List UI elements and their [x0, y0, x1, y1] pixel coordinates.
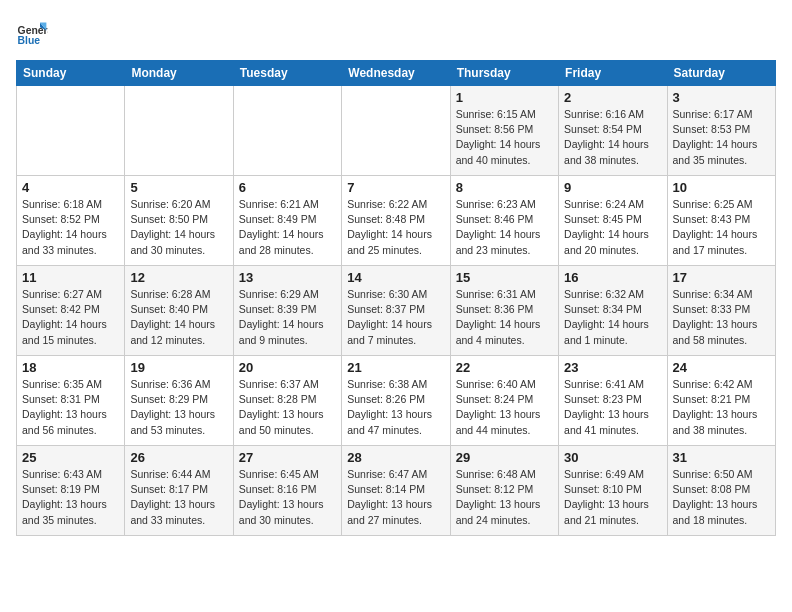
- day-number: 25: [22, 450, 119, 465]
- day-info: Sunrise: 6:43 AM Sunset: 8:19 PM Dayligh…: [22, 467, 119, 528]
- day-number: 16: [564, 270, 661, 285]
- day-info: Sunrise: 6:42 AM Sunset: 8:21 PM Dayligh…: [673, 377, 770, 438]
- logo: General Blue: [16, 16, 52, 48]
- calendar-cell: 9Sunrise: 6:24 AM Sunset: 8:45 PM Daylig…: [559, 176, 667, 266]
- calendar-cell: 20Sunrise: 6:37 AM Sunset: 8:28 PM Dayli…: [233, 356, 341, 446]
- day-number: 12: [130, 270, 227, 285]
- day-info: Sunrise: 6:45 AM Sunset: 8:16 PM Dayligh…: [239, 467, 336, 528]
- calendar-cell: 24Sunrise: 6:42 AM Sunset: 8:21 PM Dayli…: [667, 356, 775, 446]
- day-number: 14: [347, 270, 444, 285]
- day-number: 6: [239, 180, 336, 195]
- day-info: Sunrise: 6:44 AM Sunset: 8:17 PM Dayligh…: [130, 467, 227, 528]
- calendar-week-row: 25Sunrise: 6:43 AM Sunset: 8:19 PM Dayli…: [17, 446, 776, 536]
- day-number: 9: [564, 180, 661, 195]
- calendar-cell: 2Sunrise: 6:16 AM Sunset: 8:54 PM Daylig…: [559, 86, 667, 176]
- calendar-cell: 1Sunrise: 6:15 AM Sunset: 8:56 PM Daylig…: [450, 86, 558, 176]
- day-header-thursday: Thursday: [450, 61, 558, 86]
- day-number: 27: [239, 450, 336, 465]
- day-number: 5: [130, 180, 227, 195]
- calendar-cell: 17Sunrise: 6:34 AM Sunset: 8:33 PM Dayli…: [667, 266, 775, 356]
- day-info: Sunrise: 6:37 AM Sunset: 8:28 PM Dayligh…: [239, 377, 336, 438]
- day-info: Sunrise: 6:28 AM Sunset: 8:40 PM Dayligh…: [130, 287, 227, 348]
- day-info: Sunrise: 6:34 AM Sunset: 8:33 PM Dayligh…: [673, 287, 770, 348]
- day-info: Sunrise: 6:27 AM Sunset: 8:42 PM Dayligh…: [22, 287, 119, 348]
- day-number: 30: [564, 450, 661, 465]
- day-number: 8: [456, 180, 553, 195]
- day-number: 22: [456, 360, 553, 375]
- calendar-cell: 25Sunrise: 6:43 AM Sunset: 8:19 PM Dayli…: [17, 446, 125, 536]
- day-info: Sunrise: 6:22 AM Sunset: 8:48 PM Dayligh…: [347, 197, 444, 258]
- day-number: 20: [239, 360, 336, 375]
- day-info: Sunrise: 6:25 AM Sunset: 8:43 PM Dayligh…: [673, 197, 770, 258]
- day-header-monday: Monday: [125, 61, 233, 86]
- calendar-week-row: 11Sunrise: 6:27 AM Sunset: 8:42 PM Dayli…: [17, 266, 776, 356]
- calendar-cell: [125, 86, 233, 176]
- day-info: Sunrise: 6:16 AM Sunset: 8:54 PM Dayligh…: [564, 107, 661, 168]
- calendar-cell: 7Sunrise: 6:22 AM Sunset: 8:48 PM Daylig…: [342, 176, 450, 266]
- calendar-cell: 18Sunrise: 6:35 AM Sunset: 8:31 PM Dayli…: [17, 356, 125, 446]
- day-info: Sunrise: 6:30 AM Sunset: 8:37 PM Dayligh…: [347, 287, 444, 348]
- day-number: 2: [564, 90, 661, 105]
- day-number: 19: [130, 360, 227, 375]
- day-number: 3: [673, 90, 770, 105]
- day-info: Sunrise: 6:29 AM Sunset: 8:39 PM Dayligh…: [239, 287, 336, 348]
- day-info: Sunrise: 6:17 AM Sunset: 8:53 PM Dayligh…: [673, 107, 770, 168]
- calendar-cell: 3Sunrise: 6:17 AM Sunset: 8:53 PM Daylig…: [667, 86, 775, 176]
- calendar-cell: [342, 86, 450, 176]
- calendar-cell: 22Sunrise: 6:40 AM Sunset: 8:24 PM Dayli…: [450, 356, 558, 446]
- calendar-cell: 5Sunrise: 6:20 AM Sunset: 8:50 PM Daylig…: [125, 176, 233, 266]
- day-header-saturday: Saturday: [667, 61, 775, 86]
- day-info: Sunrise: 6:48 AM Sunset: 8:12 PM Dayligh…: [456, 467, 553, 528]
- calendar-cell: 11Sunrise: 6:27 AM Sunset: 8:42 PM Dayli…: [17, 266, 125, 356]
- day-info: Sunrise: 6:31 AM Sunset: 8:36 PM Dayligh…: [456, 287, 553, 348]
- day-number: 28: [347, 450, 444, 465]
- day-info: Sunrise: 6:36 AM Sunset: 8:29 PM Dayligh…: [130, 377, 227, 438]
- day-number: 21: [347, 360, 444, 375]
- day-number: 26: [130, 450, 227, 465]
- day-number: 11: [22, 270, 119, 285]
- calendar-cell: 8Sunrise: 6:23 AM Sunset: 8:46 PM Daylig…: [450, 176, 558, 266]
- calendar-cell: 15Sunrise: 6:31 AM Sunset: 8:36 PM Dayli…: [450, 266, 558, 356]
- day-info: Sunrise: 6:32 AM Sunset: 8:34 PM Dayligh…: [564, 287, 661, 348]
- day-number: 24: [673, 360, 770, 375]
- day-info: Sunrise: 6:18 AM Sunset: 8:52 PM Dayligh…: [22, 197, 119, 258]
- day-header-friday: Friday: [559, 61, 667, 86]
- calendar-cell: 16Sunrise: 6:32 AM Sunset: 8:34 PM Dayli…: [559, 266, 667, 356]
- day-number: 4: [22, 180, 119, 195]
- day-info: Sunrise: 6:41 AM Sunset: 8:23 PM Dayligh…: [564, 377, 661, 438]
- day-info: Sunrise: 6:38 AM Sunset: 8:26 PM Dayligh…: [347, 377, 444, 438]
- day-info: Sunrise: 6:15 AM Sunset: 8:56 PM Dayligh…: [456, 107, 553, 168]
- calendar-cell: 23Sunrise: 6:41 AM Sunset: 8:23 PM Dayli…: [559, 356, 667, 446]
- day-number: 31: [673, 450, 770, 465]
- calendar-header-row: SundayMondayTuesdayWednesdayThursdayFrid…: [17, 61, 776, 86]
- day-number: 10: [673, 180, 770, 195]
- day-info: Sunrise: 6:40 AM Sunset: 8:24 PM Dayligh…: [456, 377, 553, 438]
- svg-text:Blue: Blue: [18, 35, 41, 46]
- calendar-week-row: 1Sunrise: 6:15 AM Sunset: 8:56 PM Daylig…: [17, 86, 776, 176]
- logo-icon: General Blue: [16, 16, 48, 48]
- day-number: 17: [673, 270, 770, 285]
- day-info: Sunrise: 6:24 AM Sunset: 8:45 PM Dayligh…: [564, 197, 661, 258]
- calendar-cell: 13Sunrise: 6:29 AM Sunset: 8:39 PM Dayli…: [233, 266, 341, 356]
- day-info: Sunrise: 6:50 AM Sunset: 8:08 PM Dayligh…: [673, 467, 770, 528]
- calendar-cell: 10Sunrise: 6:25 AM Sunset: 8:43 PM Dayli…: [667, 176, 775, 266]
- calendar-week-row: 4Sunrise: 6:18 AM Sunset: 8:52 PM Daylig…: [17, 176, 776, 266]
- day-info: Sunrise: 6:35 AM Sunset: 8:31 PM Dayligh…: [22, 377, 119, 438]
- day-header-tuesday: Tuesday: [233, 61, 341, 86]
- calendar-cell: 14Sunrise: 6:30 AM Sunset: 8:37 PM Dayli…: [342, 266, 450, 356]
- calendar-cell: [17, 86, 125, 176]
- calendar-table: SundayMondayTuesdayWednesdayThursdayFrid…: [16, 60, 776, 536]
- day-info: Sunrise: 6:20 AM Sunset: 8:50 PM Dayligh…: [130, 197, 227, 258]
- day-number: 18: [22, 360, 119, 375]
- day-number: 7: [347, 180, 444, 195]
- day-number: 29: [456, 450, 553, 465]
- day-info: Sunrise: 6:47 AM Sunset: 8:14 PM Dayligh…: [347, 467, 444, 528]
- day-header-sunday: Sunday: [17, 61, 125, 86]
- page-header: General Blue: [16, 16, 776, 48]
- calendar-cell: 19Sunrise: 6:36 AM Sunset: 8:29 PM Dayli…: [125, 356, 233, 446]
- calendar-week-row: 18Sunrise: 6:35 AM Sunset: 8:31 PM Dayli…: [17, 356, 776, 446]
- calendar-cell: 31Sunrise: 6:50 AM Sunset: 8:08 PM Dayli…: [667, 446, 775, 536]
- calendar-cell: 27Sunrise: 6:45 AM Sunset: 8:16 PM Dayli…: [233, 446, 341, 536]
- day-number: 13: [239, 270, 336, 285]
- day-number: 23: [564, 360, 661, 375]
